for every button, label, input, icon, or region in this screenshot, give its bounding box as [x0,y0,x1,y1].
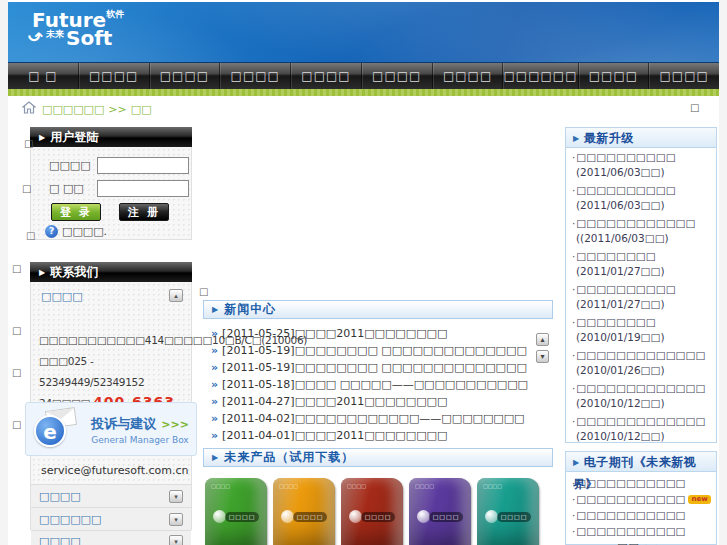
upgrade-date: ((2011/06/03□□) [572,231,712,246]
product-name-label: □□□□ [225,512,259,522]
upgrade-date: (2010/01/19□□) [572,330,712,345]
journal-name: □□□□□□□□□□□ [576,477,685,489]
news-item-2[interactable]: » [2011-05-19]□□□□□□□□ □□□□□□□□□□□□□□ [211,359,527,375]
news-title: □□□□2011□□□□□□□□ [295,429,448,442]
upgrade-item-1[interactable]: □□□□□□□□□□ (2011/06/03□□) [566,181,716,214]
news-item-4[interactable]: » [2011-04-27]□□□□2011□□□□□□□□ [211,393,447,409]
upgrade-item-6[interactable]: □□□□□□□□□□□□□ (2010/01/26□□) [566,346,716,379]
news-date: [2011-05-18] [222,378,295,391]
product-box-0[interactable]: □□□□ □□□□ [205,478,267,545]
journal-item-2[interactable]: □□□□□□□□□□□ [566,507,716,523]
journal-item-1[interactable]: □□□□□□□□□□□new [566,491,716,507]
product-brand-label: □□□□ [347,483,366,489]
breadcrumb-path[interactable]: □□□□□□ [42,103,104,116]
news-title: □□□□2011□□□□□□□□ [295,327,448,340]
branch-accordion-0[interactable]: □□□□ ▾ [31,484,191,507]
upgrade-item-7[interactable]: □□□□□□□□□□□□□ (2010/10/12□□) [566,379,716,412]
nav-item-3[interactable]: □□□□ [219,63,290,89]
accordion-label: □□□□□□ [39,513,101,526]
nav-item-9[interactable]: □□□□ [648,63,719,89]
contact-panel-body: □□□□ ▴ □□□□□□□□□□□414□□□□□10□B/C□(210006… [30,282,192,530]
products-section-header: ▶未来产品（试用下载） [203,448,553,467]
stray-glyph: □ [22,183,31,194]
branch-accordion-1[interactable]: □□□□□□ ▾ [31,507,191,530]
forgot-password-row[interactable]: ? □□□□. [45,225,107,238]
nav-item-8[interactable]: □□□□ [578,63,649,89]
journal-item-3[interactable]: □□□□□□□□□□□ [566,523,716,539]
collapse-up-button[interactable]: ▴ [169,289,183,302]
nav-item-7[interactable]: □□□□□□ [502,63,577,89]
accordion-label: □□□□ [39,535,81,545]
nav-item-4[interactable]: □□□□ [290,63,361,89]
product-box-2[interactable]: □□□□ □□□□ [341,478,403,545]
complaint-banner[interactable]: e 投诉与建议 >>> General Manager Box [25,402,197,456]
news-bullet-icon: » [211,327,218,340]
main-nav: □ □ □□□□ □□□□ □□□□ □□□□ □□□□ □□□□ □□□□□□… [8,62,719,89]
news-title: □□□□2011□□□□□□□□ [295,395,448,408]
upgrade-date: (2011/01/27□□) [572,264,712,279]
nav-item-5[interactable]: □□□□ [361,63,432,89]
news-bullet-icon: » [211,429,218,442]
chevron-down-icon[interactable]: ▾ [169,535,183,545]
service-email[interactable]: service@futuresoft.com.cn [41,464,189,477]
product-brand-label: □□□□ [483,483,502,489]
news-item-0[interactable]: » [2011-05-25]□□□□2011□□□□□□□□ [211,325,447,341]
upgrade-item-0[interactable]: □□□□□□□□□□ (2011/06/03□□) [566,148,716,181]
news-scroll-down-button[interactable]: ▾ [536,350,549,363]
logo-arrow-icon: ↷ [28,26,43,44]
product-brand-label: □□□□ [211,483,230,489]
panel-arrow-icon: ▶ [39,268,45,277]
banner-title: 投诉与建议 [91,416,156,431]
news-date: [2011-04-02] [222,412,295,425]
upgrade-item-4[interactable]: □□□□□□□□□□ (2011/01/27□□) [566,280,716,313]
panel-arrow-icon: ▶ [573,458,580,467]
news-item-5[interactable]: » [2011-04-02]□□□□□□□□□□□□——□□□□□□□□ [211,410,525,426]
password-input[interactable] [97,180,189,197]
login-button[interactable]: 登 录 [51,203,101,221]
upgrade-name: □□□□□□□□□□ [572,184,676,196]
news-item-1[interactable]: » [2011-05-19]□□□□□□□□ □□□□□□□□□□□□□□ [211,342,527,358]
news-bullet-icon: » [211,361,218,374]
stray-glyph: □ [24,138,33,149]
product-box-1[interactable]: □□□□ □□□□ [273,478,335,545]
e-circle-icon: e [34,415,66,447]
product-box-4[interactable]: □□□□ □□□□ [477,478,539,545]
news-item-6[interactable]: » [2011-04-01]□□□□2011□□□□□□□□ [211,427,447,443]
product-box-3[interactable]: □□□□ □□□□ [409,478,471,545]
chevron-down-icon[interactable]: ▾ [169,513,183,526]
panel-arrow-icon: ▶ [573,134,580,143]
upgrades-panel: ▶最新升级 □□□□□□□□□□ (2011/06/03□□) □□□□□□□□… [565,127,717,443]
upgrade-item-8[interactable]: □□□□□□□□□□□□□ (2010/10/12□□) [566,412,716,445]
upgrade-date: (2010/01/26□□) [572,363,712,378]
nav-item-6[interactable]: □□□□ [432,63,503,89]
nav-item-0[interactable]: □ □ [8,63,78,89]
register-button[interactable]: 注 册 [119,203,169,221]
product-name-label: □□□□ [497,512,531,522]
nav-item-1[interactable]: □□□□ [78,63,149,89]
username-input[interactable] [97,157,189,174]
nav-item-2[interactable]: □□□□ [149,63,220,89]
upgrade-item-2[interactable]: □□□□□□□□□□□□ ((2011/06/03□□) [566,214,716,247]
news-scroll-up-button[interactable]: ▴ [536,333,549,346]
upgrade-date: (2010/10/12□□) [572,429,712,444]
forgot-password-link[interactable]: □□□□. [62,225,107,238]
chevron-down-icon[interactable]: ▾ [169,490,183,503]
upgrade-date: (2011/06/03□□) [572,165,712,180]
branch-accordion-2[interactable]: □□□□ ▾ [31,530,191,545]
news-item-3[interactable]: » [2011-05-18]□□□□ □□□□□——□□□□□□□□□□□ [211,376,528,392]
news-section-header: ▶新闻中心 [203,300,553,319]
news-bullet-icon: » [211,378,218,391]
banner-subtitle: General Manager Box [84,435,196,445]
logo-line2: Soft [66,28,112,48]
news-title: □□□□□□□□ □□□□□□□□□□□□□□ [295,361,527,374]
contact-branch-link[interactable]: □□□□ [41,290,83,303]
journal-item-0[interactable]: □□□□□□□□□□□ [566,475,716,491]
news-bullet-icon: » [211,412,218,425]
breadcrumb-separator: >> [108,103,126,116]
email-logo-icon: e [32,407,84,451]
upgrade-item-3[interactable]: □□□□□□□□ (2011/01/27□□) [566,247,716,280]
upgrade-item-5[interactable]: □□□□□□□□ (2010/01/19□□) [566,313,716,346]
home-icon[interactable] [22,101,36,117]
journal-more-link[interactable]: □□ >> [566,541,716,545]
futuresoft-logo[interactable]: ↷ Future软件 未来Soft [32,10,124,48]
